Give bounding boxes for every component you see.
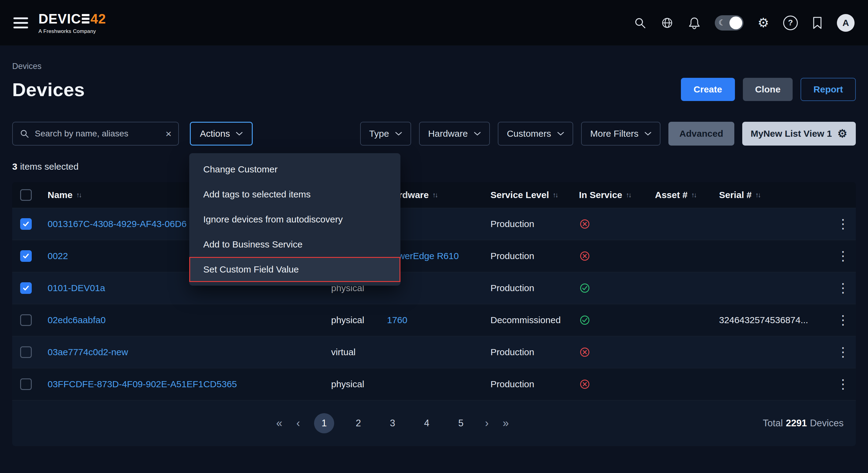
in-service-yes-icon	[579, 282, 591, 294]
pagination: «‹12345›»	[276, 413, 509, 433]
list-view-button[interactable]: MyNew List View 1 ⚙	[742, 122, 856, 146]
sort-icon: ↑↓	[76, 191, 81, 199]
column-header-asset[interactable]: Asset #↑↓	[655, 190, 719, 200]
in-service-no-icon	[579, 250, 591, 262]
hamburger-menu-icon[interactable]	[13, 18, 28, 28]
logo-e-icon	[82, 14, 89, 24]
page-2-button[interactable]: 2	[348, 413, 368, 433]
globe-icon[interactable]	[660, 16, 674, 30]
page-5-button[interactable]: 5	[451, 413, 471, 433]
actions-dropdown-button[interactable]: Actions	[190, 122, 253, 146]
list-view-gear-icon[interactable]: ⚙	[837, 128, 847, 139]
last-page-button[interactable]: »	[503, 417, 509, 430]
search-icon[interactable]	[633, 17, 646, 29]
breadcrumb[interactable]: Devices	[12, 62, 856, 71]
row-actions-kebab[interactable]: ⋮	[837, 250, 849, 262]
in-service-no-icon	[579, 378, 591, 390]
table-body: 0013167C-4308-4929-AF43-06D6Production⋮0…	[12, 208, 856, 400]
clear-search-icon[interactable]: ×	[165, 128, 172, 139]
device-name-link[interactable]: 02edc6aabfa0	[48, 315, 105, 325]
table-header-row: Name↑↓Type↑↓Hardware↑↓Service Level↑↓In …	[12, 182, 856, 208]
table-row: 02edc6aabfa0physical1760Decommissioned32…	[12, 304, 856, 336]
settings-gear-icon[interactable]: ⚙	[757, 17, 769, 29]
row-actions-kebab[interactable]: ⋮	[837, 346, 849, 358]
bookmark-icon[interactable]	[812, 16, 823, 30]
page-1-button[interactable]: 1	[314, 413, 334, 433]
column-header-service-level[interactable]: Service Level↑↓	[491, 190, 579, 200]
create-button[interactable]: Create	[681, 78, 735, 101]
row-checkbox[interactable]	[20, 282, 32, 294]
devices-table: Name↑↓Type↑↓Hardware↑↓Service Level↑↓In …	[12, 182, 856, 446]
row-actions-kebab[interactable]: ⋮	[837, 218, 849, 230]
service-level: Production	[491, 251, 534, 261]
page-title: Devices	[12, 79, 85, 100]
row-checkbox[interactable]	[20, 378, 32, 390]
total-count: Total2291Devices	[763, 418, 844, 429]
device-name-link[interactable]: 0022	[48, 251, 68, 261]
device-hardware-link[interactable]: 1760	[387, 315, 407, 325]
service-level: Production	[491, 219, 534, 229]
row-checkbox[interactable]	[20, 218, 32, 230]
next-page-button[interactable]: ›	[485, 417, 489, 430]
top-navbar: DEVIC 42 A Freshworks Company ☾ ⚙	[0, 0, 868, 46]
select-all-checkbox[interactable]	[20, 189, 32, 201]
menu-item-add-tags-to-selected-items[interactable]: Add tags to selected items	[189, 182, 400, 207]
device-name-link[interactable]: 03ae7774c0d2-new	[48, 347, 128, 357]
user-avatar[interactable]: A	[837, 14, 855, 32]
column-header-hardware[interactable]: Hardware↑↓	[387, 190, 491, 200]
notifications-bell-icon[interactable]	[688, 16, 701, 30]
total-prefix: Total	[763, 418, 782, 429]
row-actions-kebab[interactable]: ⋮	[837, 378, 849, 390]
column-header-in-service[interactable]: In Service↑↓	[579, 190, 655, 200]
page-3-button[interactable]: 3	[382, 413, 403, 433]
actions-menu: Change CustomerAdd tags to selected item…	[189, 153, 400, 286]
device-type: physical	[331, 379, 364, 389]
row-checkbox[interactable]	[20, 250, 32, 262]
device-name-link[interactable]: 0013167C-4308-4929-AF43-06D6	[48, 219, 186, 229]
first-page-button[interactable]: «	[276, 417, 282, 430]
app: DEVIC 42 A Freshworks Company ☾ ⚙	[0, 0, 868, 473]
search-box: ×	[12, 122, 179, 146]
column-header-serial[interactable]: Serial #↑↓	[719, 190, 830, 200]
help-icon[interactable]: ?	[783, 15, 798, 30]
brand-text: DEVIC 42	[38, 11, 106, 27]
chevron-down-icon	[557, 132, 564, 136]
theme-toggle[interactable]: ☾	[715, 15, 743, 31]
advanced-button[interactable]: Advanced	[669, 122, 734, 146]
report-button[interactable]: Report	[801, 78, 856, 101]
search-input[interactable]	[34, 128, 165, 139]
filter-dropdown-more-filters[interactable]: More Filters	[581, 122, 660, 146]
brand-pre: DEVIC	[38, 11, 81, 27]
check-icon	[22, 284, 30, 292]
search-input-icon	[20, 129, 29, 138]
clone-button[interactable]: Clone	[743, 78, 793, 101]
table-row: 0013167C-4308-4929-AF43-06D6Production⋮	[12, 208, 856, 240]
serial-number: 3246432574536874...	[719, 315, 808, 325]
filter-dropdown-hardware[interactable]: Hardware	[419, 122, 490, 146]
row-checkbox[interactable]	[20, 346, 32, 358]
check-icon	[22, 220, 30, 228]
device-name-link[interactable]: 03FFCDFE-873D-4F09-902E-A51EF1CD5365	[48, 379, 237, 389]
menu-item-change-customer[interactable]: Change Customer	[189, 157, 400, 182]
selection-summary: 3items selected	[12, 161, 856, 172]
sort-icon: ↑↓	[553, 191, 558, 199]
row-actions-kebab[interactable]: ⋮	[837, 282, 849, 294]
in-service-no-icon	[579, 218, 591, 230]
previous-page-button[interactable]: ‹	[296, 417, 300, 430]
moon-icon: ☾	[718, 18, 725, 28]
sort-icon: ↑↓	[432, 191, 437, 199]
total-suffix: Devices	[810, 418, 844, 429]
row-actions-kebab[interactable]: ⋮	[837, 314, 849, 326]
topbar-icons: ☾ ⚙ ? A	[633, 14, 855, 32]
menu-item-add-to-business-service[interactable]: Add to Business Service	[189, 232, 400, 257]
device-name-link[interactable]: 0101-DEV01a	[48, 283, 105, 293]
logo[interactable]: DEVIC 42 A Freshworks Company	[38, 11, 106, 34]
service-level: Production	[491, 347, 534, 357]
filter-dropdown-type[interactable]: Type	[360, 122, 411, 146]
menu-item-set-custom-field-value[interactable]: Set Custom Field Value	[189, 257, 400, 282]
menu-item-ignore-devices-from-autodiscovery[interactable]: Ignore devices from autodiscovery	[189, 207, 400, 232]
brand-tagline: A Freshworks Company	[38, 28, 106, 34]
row-checkbox[interactable]	[20, 314, 32, 326]
filter-dropdown-customers[interactable]: Customers	[498, 122, 573, 146]
page-4-button[interactable]: 4	[416, 413, 437, 433]
